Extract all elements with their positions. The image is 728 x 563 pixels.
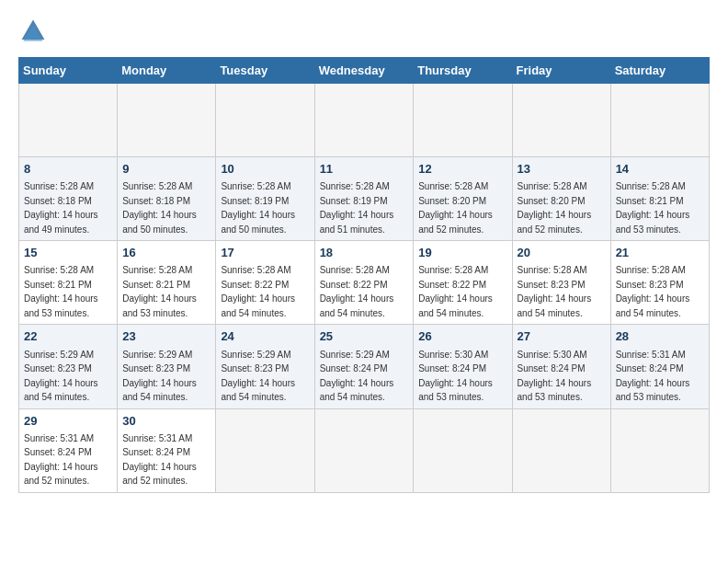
day-number: 10 xyxy=(221,161,309,178)
day-info: Sunrise: 5:29 AMSunset: 8:23 PMDaylight:… xyxy=(221,350,295,403)
calendar-day-cell: 29 Sunrise: 5:31 AMSunset: 8:24 PMDaylig… xyxy=(19,408,118,492)
weekday-header-cell: Sunday xyxy=(19,58,118,84)
day-number: 12 xyxy=(418,161,506,178)
calendar-day-cell xyxy=(314,408,414,492)
day-info: Sunrise: 5:28 AMSunset: 8:22 PMDaylight:… xyxy=(320,265,394,318)
day-info: Sunrise: 5:30 AMSunset: 8:24 PMDaylight:… xyxy=(418,350,493,403)
calendar-day-cell: 30 Sunrise: 5:31 AMSunset: 8:24 PMDaylig… xyxy=(118,408,216,492)
calendar-day-cell: 14 Sunrise: 5:28 AMSunset: 8:21 PMDaylig… xyxy=(610,157,709,241)
day-info: Sunrise: 5:31 AMSunset: 8:24 PMDaylight:… xyxy=(122,433,197,487)
day-info: Sunrise: 5:28 AMSunset: 8:21 PMDaylight:… xyxy=(122,265,197,318)
calendar-day-cell xyxy=(19,84,118,157)
calendar-day-cell: 22 Sunrise: 5:29 AMSunset: 8:23 PMDaylig… xyxy=(19,325,118,408)
day-info: Sunrise: 5:28 AMSunset: 8:22 PMDaylight:… xyxy=(418,265,493,318)
day-info: Sunrise: 5:28 AMSunset: 8:21 PMDaylight:… xyxy=(616,181,690,235)
day-number: 29 xyxy=(24,413,112,430)
day-info: Sunrise: 5:28 AMSunset: 8:19 PMDaylight:… xyxy=(221,181,295,235)
calendar-day-cell: 21 Sunrise: 5:28 AMSunset: 8:23 PMDaylig… xyxy=(610,241,709,325)
calendar-day-cell xyxy=(512,408,610,492)
calendar-day-cell: 25 Sunrise: 5:29 AMSunset: 8:24 PMDaylig… xyxy=(314,325,414,408)
day-number: 28 xyxy=(616,328,704,345)
day-number: 30 xyxy=(122,413,210,430)
calendar-day-cell: 17 Sunrise: 5:28 AMSunset: 8:22 PMDaylig… xyxy=(216,241,314,325)
day-info: Sunrise: 5:28 AMSunset: 8:23 PMDaylight:… xyxy=(518,265,592,318)
calendar-body: 8 Sunrise: 5:28 AMSunset: 8:18 PMDayligh… xyxy=(19,84,710,493)
day-number: 8 xyxy=(24,161,112,178)
weekday-header-cell: Friday xyxy=(512,58,610,84)
weekday-header-cell: Monday xyxy=(118,58,216,84)
calendar-table: SundayMondayTuesdayWednesdayThursdayFrid… xyxy=(18,57,710,493)
calendar-day-cell xyxy=(118,84,216,157)
calendar-week-row xyxy=(19,84,710,157)
day-number: 13 xyxy=(518,161,606,178)
day-number: 27 xyxy=(518,328,606,345)
day-number: 24 xyxy=(221,328,309,345)
day-number: 15 xyxy=(24,245,112,261)
day-info: Sunrise: 5:31 AMSunset: 8:24 PMDaylight:… xyxy=(24,433,98,487)
weekday-header-cell: Thursday xyxy=(414,58,512,84)
day-info: Sunrise: 5:30 AMSunset: 8:24 PMDaylight:… xyxy=(518,350,592,403)
calendar-day-cell: 8 Sunrise: 5:28 AMSunset: 8:18 PMDayligh… xyxy=(19,157,118,241)
calendar-day-cell: 28 Sunrise: 5:31 AMSunset: 8:24 PMDaylig… xyxy=(610,325,709,408)
calendar-day-cell: 26 Sunrise: 5:30 AMSunset: 8:24 PMDaylig… xyxy=(414,325,512,408)
calendar-week-row: 15 Sunrise: 5:28 AMSunset: 8:21 PMDaylig… xyxy=(19,241,710,325)
calendar-day-cell: 10 Sunrise: 5:28 AMSunset: 8:19 PMDaylig… xyxy=(216,157,314,241)
calendar-day-cell: 16 Sunrise: 5:28 AMSunset: 8:21 PMDaylig… xyxy=(118,241,216,325)
calendar-day-cell: 9 Sunrise: 5:28 AMSunset: 8:18 PMDayligh… xyxy=(118,157,216,241)
day-number: 19 xyxy=(418,245,506,261)
day-info: Sunrise: 5:28 AMSunset: 8:18 PMDaylight:… xyxy=(24,181,98,235)
day-info: Sunrise: 5:28 AMSunset: 8:22 PMDaylight:… xyxy=(221,265,295,318)
day-number: 23 xyxy=(122,328,210,345)
calendar-day-cell xyxy=(512,84,610,157)
day-info: Sunrise: 5:28 AMSunset: 8:20 PMDaylight:… xyxy=(418,181,493,235)
day-number: 17 xyxy=(221,245,309,261)
weekday-header-cell: Saturday xyxy=(610,58,709,84)
day-number: 20 xyxy=(518,245,606,261)
calendar-day-cell xyxy=(414,84,512,157)
day-number: 26 xyxy=(418,328,506,345)
calendar-day-cell xyxy=(216,408,314,492)
page-header xyxy=(18,18,710,48)
day-info: Sunrise: 5:29 AMSunset: 8:23 PMDaylight:… xyxy=(122,350,197,403)
logo-icon xyxy=(18,17,48,46)
calendar-day-cell: 23 Sunrise: 5:29 AMSunset: 8:23 PMDaylig… xyxy=(118,325,216,408)
calendar-week-row: 8 Sunrise: 5:28 AMSunset: 8:18 PMDayligh… xyxy=(19,157,710,241)
day-number: 22 xyxy=(24,328,112,345)
calendar-day-cell: 12 Sunrise: 5:28 AMSunset: 8:20 PMDaylig… xyxy=(414,157,512,241)
calendar-day-cell xyxy=(216,84,314,157)
day-info: Sunrise: 5:28 AMSunset: 8:20 PMDaylight:… xyxy=(518,181,592,235)
calendar-day-cell: 18 Sunrise: 5:28 AMSunset: 8:22 PMDaylig… xyxy=(314,241,414,325)
calendar-day-cell xyxy=(314,84,414,157)
weekday-header-row: SundayMondayTuesdayWednesdayThursdayFrid… xyxy=(19,58,710,84)
day-info: Sunrise: 5:28 AMSunset: 8:23 PMDaylight:… xyxy=(616,265,690,318)
calendar-day-cell: 13 Sunrise: 5:28 AMSunset: 8:20 PMDaylig… xyxy=(512,157,610,241)
calendar-day-cell: 19 Sunrise: 5:28 AMSunset: 8:22 PMDaylig… xyxy=(414,241,512,325)
calendar-day-cell xyxy=(610,84,709,157)
calendar-day-cell: 27 Sunrise: 5:30 AMSunset: 8:24 PMDaylig… xyxy=(512,325,610,408)
day-number: 21 xyxy=(616,245,704,261)
calendar-day-cell: 11 Sunrise: 5:28 AMSunset: 8:19 PMDaylig… xyxy=(314,157,414,241)
day-info: Sunrise: 5:28 AMSunset: 8:19 PMDaylight:… xyxy=(320,181,394,235)
calendar-day-cell: 15 Sunrise: 5:28 AMSunset: 8:21 PMDaylig… xyxy=(19,241,118,325)
weekday-header-cell: Tuesday xyxy=(216,58,314,84)
calendar-week-row: 29 Sunrise: 5:31 AMSunset: 8:24 PMDaylig… xyxy=(19,408,710,492)
day-info: Sunrise: 5:28 AMSunset: 8:18 PMDaylight:… xyxy=(122,181,197,235)
calendar-week-row: 22 Sunrise: 5:29 AMSunset: 8:23 PMDaylig… xyxy=(19,325,710,408)
calendar-day-cell xyxy=(610,408,709,492)
logo xyxy=(18,18,50,48)
day-number: 14 xyxy=(616,161,704,178)
day-number: 25 xyxy=(320,328,409,345)
day-number: 11 xyxy=(320,161,409,178)
calendar-day-cell xyxy=(414,408,512,492)
calendar-day-cell: 24 Sunrise: 5:29 AMSunset: 8:23 PMDaylig… xyxy=(216,325,314,408)
day-number: 9 xyxy=(122,161,210,178)
day-number: 18 xyxy=(320,245,409,261)
day-info: Sunrise: 5:29 AMSunset: 8:24 PMDaylight:… xyxy=(320,350,394,403)
day-number: 16 xyxy=(122,245,210,261)
day-info: Sunrise: 5:29 AMSunset: 8:23 PMDaylight:… xyxy=(24,350,98,403)
weekday-header-cell: Wednesday xyxy=(314,58,414,84)
calendar-day-cell: 20 Sunrise: 5:28 AMSunset: 8:23 PMDaylig… xyxy=(512,241,610,325)
day-info: Sunrise: 5:31 AMSunset: 8:24 PMDaylight:… xyxy=(616,350,690,403)
day-info: Sunrise: 5:28 AMSunset: 8:21 PMDaylight:… xyxy=(24,265,98,318)
